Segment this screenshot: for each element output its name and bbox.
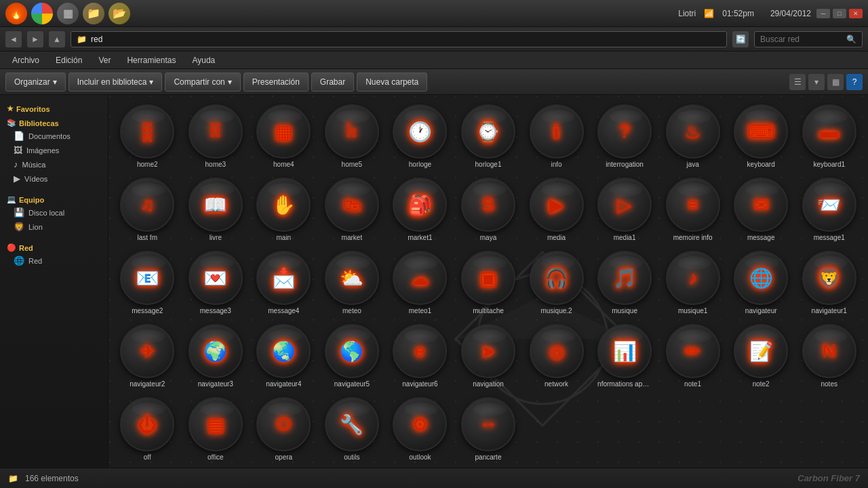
search-box[interactable]: Buscar red 🔍: [754, 31, 863, 47]
chrome-taskbar-icon[interactable]: [31, 3, 53, 24]
window-controls: ─ □ ✕: [816, 9, 863, 18]
icon-label-keyboard1: keyboard1: [813, 161, 845, 168]
icon-item-horloge[interactable]: 🕐horloge: [388, 102, 452, 171]
icon-item-musique2[interactable]: 🎧musique.2: [524, 248, 589, 317]
sidebar-item-imagenes[interactable]: 🖼 Imágenes: [0, 143, 108, 157]
icon-item-last-fm[interactable]: ♫last fm: [115, 175, 180, 244]
back-button[interactable]: ◄: [5, 31, 22, 47]
grid-view-dropdown[interactable]: ▾: [808, 74, 825, 90]
refresh-button[interactable]: 🔄: [732, 31, 749, 47]
icon-item-meteo[interactable]: ⛅meteo: [320, 248, 384, 317]
icon-item-multitache[interactable]: ▣multitache: [456, 248, 521, 317]
organizar-button[interactable]: Organizar ▾: [5, 73, 66, 92]
icon-circle-horloge1: ⌚: [461, 104, 515, 159]
icon-item-opera[interactable]: Oopera: [252, 394, 316, 464]
icon-item-horloge1[interactable]: ⌚horloge1: [456, 102, 521, 171]
icon-item-main[interactable]: ✋main: [252, 175, 316, 244]
icon-item-office[interactable]: ▤office: [184, 394, 248, 464]
icon-item-message1[interactable]: 📨message1: [797, 175, 861, 244]
icon-item-keyboard[interactable]: ⌨keyboard: [729, 102, 793, 171]
icon-item-home4[interactable]: ▦home4: [252, 102, 316, 171]
icon-item-message3[interactable]: 💌message3: [184, 248, 248, 317]
icon-item-outils[interactable]: 🔧outils: [320, 394, 384, 464]
disk-icon: 💾: [14, 207, 24, 218]
grabar-button[interactable]: Grabar: [311, 73, 354, 92]
sidebar-item-documentos[interactable]: 📄 Documentos: [0, 129, 108, 143]
time-label: 01:52pm: [722, 9, 754, 18]
firefox-taskbar-icon[interactable]: 🔥: [5, 3, 27, 24]
icon-item-message4[interactable]: 📩message4: [252, 248, 316, 317]
list-view-button[interactable]: ☰: [789, 74, 806, 90]
icon-item-java[interactable]: ♨java: [660, 102, 725, 171]
icon-item-musique1[interactable]: ♪musique1: [660, 248, 725, 317]
icon-item-home3[interactable]: ⠿home3: [184, 102, 248, 171]
icon-label-media: media: [547, 234, 566, 241]
icon-item-navigateur3[interactable]: 🌍navigateur3: [184, 321, 248, 390]
menu-ver[interactable]: Ver: [92, 54, 117, 66]
icon-item-memoire-info[interactable]: ≡memoire info: [660, 175, 725, 244]
icon-item-info[interactable]: ℹinfo: [524, 102, 589, 171]
content-area: ⣿home2⠿home3▦home4⠷home5🕐horloge⌚horloge…: [108, 95, 868, 468]
icon-item-message2[interactable]: 📧message2: [115, 248, 180, 317]
icon-item-meteo1[interactable]: ☁meteo1: [388, 248, 452, 317]
icon-item-navigateur4[interactable]: 🌏navigateur4: [252, 321, 316, 390]
icon-label-opera: opera: [275, 453, 293, 461]
icon-item-navigateur6[interactable]: enavigateur6: [388, 321, 452, 390]
icon-item-media[interactable]: ▶media: [524, 175, 589, 244]
icon-item-livre[interactable]: 📖livre: [184, 175, 248, 244]
icon-item-market1[interactable]: 🎒market1: [388, 175, 452, 244]
folder3-taskbar-icon[interactable]: 📂: [108, 3, 130, 24]
icon-item-home5[interactable]: ⠷home5: [320, 102, 384, 171]
compartir-button[interactable]: Compartir con ▾: [165, 73, 240, 92]
maximize-button[interactable]: □: [833, 9, 846, 18]
icon-item-keyboard1[interactable]: ▬keyboard1: [797, 102, 861, 171]
icon-item-note1[interactable]: ✏note1: [660, 321, 725, 390]
icon-item-note2[interactable]: 📝note2: [729, 321, 793, 390]
icon-item-interrogation[interactable]: ?interrogation: [593, 102, 657, 171]
icon-item-notes[interactable]: Nnotes: [797, 321, 861, 390]
sidebar-item-musica[interactable]: ♪ Música: [0, 157, 108, 171]
icon-circle-outils: 🔧: [325, 397, 379, 451]
up-button[interactable]: ▲: [49, 31, 65, 47]
address-path[interactable]: 📁 red: [71, 31, 727, 47]
icon-item-nformations-applications[interactable]: 📊nformations applications: [593, 321, 657, 390]
menu-archivo[interactable]: Archivo: [5, 54, 46, 66]
details-view-button[interactable]: ▦: [827, 74, 844, 90]
incluir-biblioteca-button[interactable]: Incluir en biblioteca ▾: [68, 73, 163, 92]
icon-item-message[interactable]: ✉message: [729, 175, 793, 244]
icon-item-media1[interactable]: ▷media1: [593, 175, 657, 244]
sidebar-item-lion[interactable]: 🦁 Lion: [0, 220, 108, 234]
sidebar-item-disco[interactable]: 💾 Disco local: [0, 205, 108, 220]
icon-item-maya[interactable]: Smaya: [456, 175, 521, 244]
icon-symbol-message: ✉: [753, 194, 769, 216]
icon-item-off[interactable]: ⏻off: [115, 394, 180, 464]
icon-item-home2[interactable]: ⣿home2: [115, 102, 180, 171]
close-button[interactable]: ✕: [849, 9, 863, 18]
minimize-button[interactable]: ─: [816, 9, 830, 18]
forward-button[interactable]: ►: [27, 31, 43, 47]
folder2-taskbar-icon[interactable]: 📁: [83, 3, 104, 24]
presentacion-button[interactable]: Presentación: [243, 73, 309, 92]
sidebar-item-red[interactable]: 🌐 Red: [0, 253, 108, 268]
icon-label-navigateur5: navigateur5: [334, 380, 370, 388]
icon-symbol-multitache: ▣: [479, 267, 497, 289]
icon-item-market[interactable]: 🛍market: [320, 175, 384, 244]
icon-item-musique[interactable]: 🎵musique: [593, 248, 657, 317]
icon-item-navigateur5[interactable]: 🌎navigateur5: [320, 321, 384, 390]
menu-herramientas[interactable]: Herramientas: [120, 54, 182, 66]
menu-edicion[interactable]: Edición: [49, 54, 89, 66]
icon-item-pancarte[interactable]: ↔pancarte: [456, 394, 521, 464]
icon-label-notes: notes: [821, 380, 837, 388]
calculator-taskbar-icon[interactable]: ▦: [57, 3, 79, 24]
sidebar-item-videos[interactable]: ▶ Vídeos: [0, 171, 108, 186]
icon-item-network[interactable]: ◎network: [524, 321, 589, 390]
icon-label-navigateur4: navigateur4: [266, 380, 301, 388]
icon-item-outlook[interactable]: ⚙outlook: [388, 394, 452, 464]
icon-item-navigation[interactable]: ➤navigation: [456, 321, 521, 390]
icon-item-navigateur1[interactable]: 🦁navigateur1: [797, 248, 861, 317]
icon-item-navigateur2[interactable]: ✈navigateur2: [115, 321, 180, 390]
icon-item-navigateur[interactable]: 🌐navigateur: [729, 248, 793, 317]
menu-ayuda[interactable]: Ayuda: [185, 54, 222, 66]
help-button[interactable]: ?: [846, 74, 863, 90]
nueva-carpeta-button[interactable]: Nueva carpeta: [357, 73, 427, 92]
